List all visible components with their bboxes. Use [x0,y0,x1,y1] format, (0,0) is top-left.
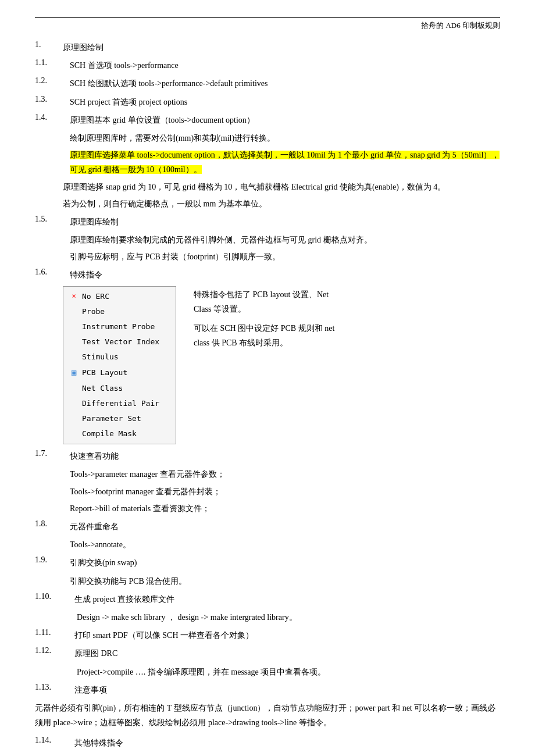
right-text-line4: class 供 PCB 布线时采用。 [194,336,500,350]
header-title: 拾舟的 AD6 印制板规则 [35,20,500,31]
section-1-12-body: Project->compile …. 指令编译原理图，并在 message 项… [77,665,500,679]
section-1-4-body1: 绘制原理图库时，需要对公制(mm)和英制(mil)进行转换。 [70,131,500,145]
section-1-1-text: SCH 首选项 tools->performance [70,58,500,73]
menu-item-compile-mask-label: Compile Mask [82,427,137,440]
menu-item-test-vector-label: Test Vector Index [82,336,159,348]
section-1-12-title: 原理图 DRC [74,646,500,661]
header-divider [35,17,500,18]
menu-item-stimulus: Stimulus [63,350,176,365]
section-1-4-body2: 原理图选择 snap grid 为 10，可见 grid 栅格为 10，电气捕获… [63,180,500,194]
menu-item-no-erc-label: No ERC [82,290,109,303]
no-erc-icon: × [69,290,79,302]
section-1-4-body3: 若为公制，则自行确定栅格点，一般以 mm 为基本单位。 [63,197,500,211]
section-1-8-body: Tools->annotate。 [70,537,500,552]
menu-item-probe: Probe [63,304,176,319]
menu-item-probe-label: Probe [82,305,105,318]
menu-item-net-class-label: Net Class [82,382,123,395]
menu-item-compile-mask: Compile Mask [63,426,176,441]
section-1-7-line2: Tools->footprint manager 查看元器件封装； [70,484,500,499]
section-1-14-line1: Edit->smart paste ， Edit->break wire(导线切… [77,754,500,756]
num-1-7: 1.7. [35,449,70,458]
menu-item-pcb-layout-label: PCB Layout [82,366,127,379]
menu-item-parameter-set: Parameter Set [63,411,176,426]
section-1-5-body2: 引脚号应标明，应与 PCB 封装（footprint）引脚顺序一致。 [70,249,500,264]
menu-item-stimulus-label: Stimulus [82,351,119,363]
menu-item-net-class: Net Class [63,381,176,396]
section-1-7-title: 快速查看功能 [70,449,500,463]
section-1-8-title: 元器件重命名 [70,519,500,534]
special-cmd-block: × No ERC Probe Instrument Probe Test Vec… [63,286,500,445]
section-1-13-body: 元器件必须有引脚(pin)，所有相连的 T 型线应有节点（junction），自… [35,701,500,730]
num-1-4: 1.4. [35,113,70,122]
right-text-line1: 特殊指令包括了 PCB layout 设置、Net [194,287,500,302]
right-text-line3: 可以在 SCH 图中设定好 PCB 规则和 net [194,321,500,336]
num-1-11: 1.11. [35,628,74,637]
menu-item-test-vector: Test Vector Index [63,334,176,350]
num-1-6: 1.6. [35,268,70,277]
menu-item-parameter-set-label: Parameter Set [82,412,141,425]
menu-item-differential-pair-label: Differential Pair [82,397,159,410]
section-1-9-body: 引脚交换功能与 PCB 混合使用。 [70,574,500,589]
special-cmd-description: 特殊指令包括了 PCB layout 设置、Net Class 等设置。 可以在… [194,286,500,351]
section-1-3-text: SCH project 首选项 project options [70,95,500,109]
section-1-7-line3: Report->bill of materials 查看资源文件； [70,501,500,516]
right-text-line2: Class 等设置。 [194,302,500,316]
section-1-7-line1: Tools->parameter manager 查看元器件参数； [70,467,500,482]
section-1-14-title: 其他特殊指令 [74,736,500,750]
menu-item-pcb-layout: ▣ PCB Layout [63,365,176,381]
num-1-3: 1.3. [35,95,70,104]
num-1-10: 1.10. [35,592,74,601]
section-1-10-body: Design -> make sch library ， design -> m… [77,610,500,625]
section-1-11-title: 打印 smart PDF（可以像 SCH 一样查看各个对象） [74,628,500,643]
section-1-5-body1: 原理图库绘制要求绘制完成的元器件引脚外侧、元器件边框与可见 grid 栅格点对齐… [70,233,500,247]
pcb-layout-icon: ▣ [69,366,79,380]
section-1-5-title: 原理图库绘制 [70,215,500,229]
num-1-13: 1.13. [35,683,74,692]
menu-item-no-erc: × No ERC [63,289,176,304]
menu-item-instrument-probe-label: Instrument Probe [82,320,155,333]
section-1-4-highlight: 原理图库选择菜单 tools->document option，默认选择英制，一… [70,148,500,177]
section-1-6-title: 特殊指令 [70,268,500,282]
section-1-2-text: SCH 绘图默认选项 tools->performance->default p… [70,76,500,91]
num-1-9: 1.9. [35,555,70,565]
num-1-1: 1.1. [35,58,70,67]
num-1-5: 1.5. [35,215,70,224]
section-1-10-title: 生成 project 直接依赖库文件 [74,592,500,607]
num-1-14: 1.14. [35,736,74,745]
num-1-12: 1.12. [35,646,74,655]
menu-item-differential-pair: Differential Pair [63,396,176,411]
section-1-title: 原理图绘制 [63,40,500,55]
num-1-8: 1.8. [35,519,70,529]
num-1: 1. [35,40,63,49]
section-1-13-title: 注意事项 [74,683,500,697]
section-1-4-text: 原理图基本 grid 单位设置（tools->document option） [70,113,500,127]
context-menu: × No ERC Probe Instrument Probe Test Vec… [63,286,176,445]
num-1-2: 1.2. [35,76,70,85]
section-1-9-title: 引脚交换(pin swap) [70,555,500,570]
menu-item-instrument-probe: Instrument Probe [63,319,176,334]
